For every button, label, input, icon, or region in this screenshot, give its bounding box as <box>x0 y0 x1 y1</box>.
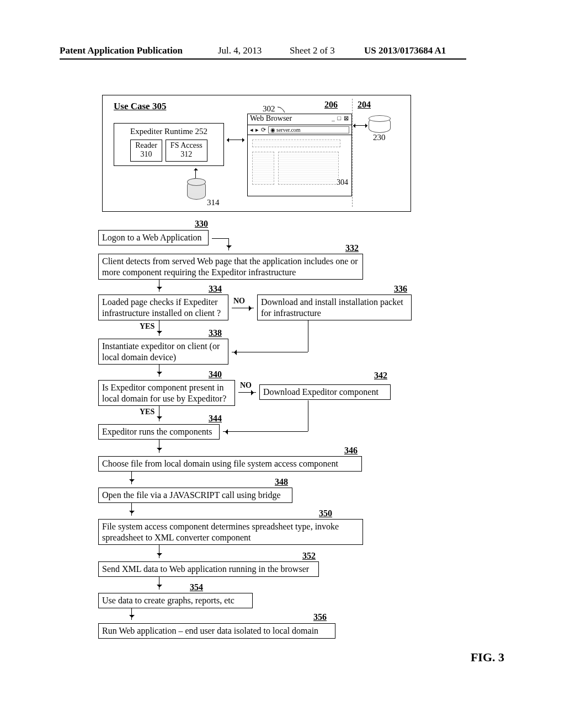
arrow-expeditor-browser <box>227 140 244 140</box>
browser-titlebar: Web Browser _ □ ⊠ <box>248 114 351 125</box>
usecase-panel: Use Case 305 Expediter Runtime 252 Reade… <box>102 95 411 212</box>
label-230: 230 <box>373 133 386 142</box>
conn-334-338 <box>159 320 159 336</box>
node-340: Is Expeditor component present in local … <box>98 380 235 406</box>
conn-352-354 <box>159 576 159 590</box>
window-controls-icon: _ □ ⊠ <box>332 115 349 122</box>
header-sheet: Sheet 2 of 3 <box>290 45 335 56</box>
node-352: Send XML data to Web application running… <box>98 561 319 577</box>
ref-340: 340 <box>209 370 222 379</box>
expeditor-label: Expediter Runtime 252 <box>114 127 223 136</box>
node-332: Client detects from served Web page that… <box>98 254 363 280</box>
label-204: 204 <box>358 100 371 110</box>
header-publication: Patent Application Publication <box>60 45 183 56</box>
node-348: Open the file via a JAVASCRIPT call usin… <box>98 488 292 503</box>
node-338: Instantiate expeditor on client (or loca… <box>98 339 228 365</box>
header-divider <box>60 58 466 60</box>
node-344: Expeditor runs the components <box>98 424 220 440</box>
nav-back-icon: ◂ <box>250 126 253 133</box>
globe-icon: ◉ <box>270 127 275 133</box>
content-region-1 <box>252 140 340 147</box>
label-yes-334: YES <box>140 322 154 331</box>
conn-336-v <box>308 320 308 352</box>
ref-342: 342 <box>374 371 387 381</box>
browser-content: 304 <box>248 135 351 195</box>
conn-340-342 <box>238 392 256 393</box>
label-206: 206 <box>324 100 338 110</box>
ref-334: 334 <box>209 284 222 294</box>
conn-348-350 <box>131 502 132 516</box>
page: Patent Application Publication Jul. 4, 2… <box>0 0 565 728</box>
reload-icon: ⟳ <box>261 126 266 133</box>
cylinder-label: 314 <box>207 198 220 207</box>
node-350: File system access component determines … <box>98 519 363 545</box>
ref-356: 356 <box>313 612 327 622</box>
ref-344: 344 <box>209 414 222 424</box>
client-server-divider <box>352 99 353 207</box>
conn-344-346 <box>159 440 159 453</box>
conn-330-v <box>228 238 229 250</box>
conn-346-348 <box>131 471 132 484</box>
label-304: 304 <box>337 178 348 187</box>
expeditor-runtime-box: Expediter Runtime 252 Reader 310 FS Acce… <box>114 123 224 166</box>
node-346: Choose file from local domain using file… <box>98 456 362 472</box>
conn-332-334 <box>159 280 159 292</box>
address-bar: ◉ server.com <box>268 126 349 133</box>
header-pubno: US 2013/0173684 A1 <box>364 45 446 56</box>
browser-title: Web Browser <box>250 114 292 122</box>
conn-342-v <box>308 400 308 431</box>
conn-338-340 <box>159 365 159 377</box>
conn-342-344 <box>223 431 308 432</box>
label-302: 302 <box>263 104 287 114</box>
cylinder-icon <box>187 181 206 200</box>
label-302-text: 302 <box>263 104 275 113</box>
reader-box: Reader 310 <box>130 140 162 162</box>
expeditor-inner: Reader 310 FS Access 312 <box>114 140 223 162</box>
ref-346: 346 <box>344 446 358 456</box>
label-yes-340: YES <box>140 408 154 416</box>
ref-354: 354 <box>190 582 203 592</box>
nav-fwd-icon: ▸ <box>255 126 259 133</box>
conn-334-336 <box>232 308 254 308</box>
node-330: Logon to a Web Application <box>98 230 209 245</box>
figure-label: FIG. 3 <box>471 650 504 665</box>
fs-access-box: FS Access 312 <box>166 140 207 162</box>
conn-354-356 <box>131 608 132 620</box>
node-334: Loaded page checks if Expediter infrastr… <box>98 295 228 320</box>
browser-toolbar: ◂ ▸ ⟳ ◉ server.com <box>248 125 351 135</box>
node-354: Use data to create graphs, reports, etc <box>98 593 253 608</box>
label-no-340: NO <box>240 381 252 390</box>
conn-330-h <box>212 238 228 239</box>
usecase-title: Use Case 305 <box>114 101 166 112</box>
address-text: server.com <box>276 127 301 133</box>
arrow-browser-server <box>353 125 367 126</box>
ref-352: 352 <box>302 551 316 561</box>
server-cylinder-icon <box>369 117 391 133</box>
node-336: Download and install installation packet… <box>257 295 412 320</box>
ref-330: 330 <box>195 219 208 229</box>
ref-332: 332 <box>345 243 359 253</box>
ref-348: 348 <box>275 477 288 487</box>
header-date: Jul. 4, 2013 <box>218 45 262 56</box>
conn-350-352 <box>159 545 159 558</box>
conn-336-338 <box>232 352 308 352</box>
node-356: Run Web application – end user data isol… <box>98 623 335 639</box>
ref-338: 338 <box>209 328 222 338</box>
ref-336: 336 <box>394 284 407 294</box>
node-342: Download Expeditor component <box>259 384 391 400</box>
label-no-334: NO <box>233 297 245 306</box>
conn-340-344 <box>159 406 159 421</box>
content-region-3 <box>278 152 339 185</box>
ref-350: 350 <box>319 508 332 518</box>
browser-window: Web Browser _ □ ⊠ ◂ ▸ ⟳ ◉ server.com 304 <box>247 114 352 196</box>
content-region-2 <box>252 152 274 185</box>
